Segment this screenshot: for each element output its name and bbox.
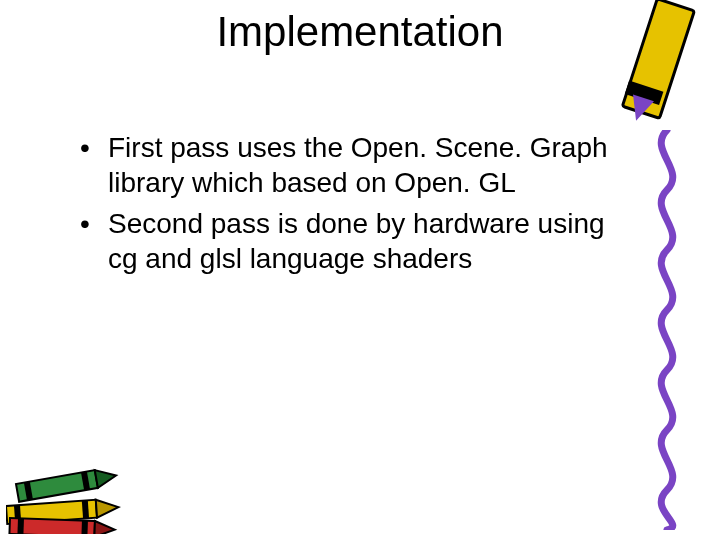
- svg-rect-7: [82, 500, 89, 518]
- bullet-list: First pass uses the Open. Scene. Graph l…: [80, 130, 640, 276]
- squiggle-icon: [642, 130, 692, 530]
- slide: Implementation First pass uses the Open.…: [0, 0, 720, 540]
- svg-marker-9: [94, 521, 115, 534]
- svg-marker-5: [96, 498, 119, 517]
- slide-body: First pass uses the Open. Scene. Graph l…: [80, 130, 640, 282]
- svg-rect-10: [17, 518, 24, 534]
- bullet-item: Second pass is done by hardware using cg…: [80, 206, 640, 276]
- bullet-item: First pass uses the Open. Scene. Graph l…: [80, 130, 640, 200]
- slide-title: Implementation: [0, 8, 720, 56]
- svg-rect-11: [81, 521, 88, 534]
- crayons-icon: [6, 414, 146, 534]
- svg-marker-1: [95, 467, 118, 488]
